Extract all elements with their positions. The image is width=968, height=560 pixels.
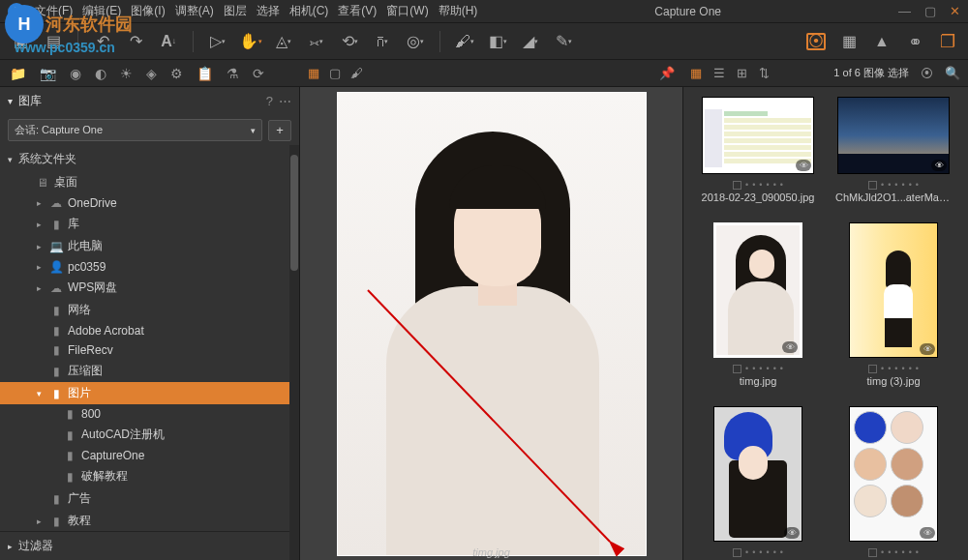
browser-sort-icon[interactable]: ⇅ [759,66,770,80]
tree-item[interactable]: ▾▮图片 [0,382,299,404]
hand-tool-icon[interactable]: ✋▾ [242,33,259,50]
rotate-tool-icon[interactable]: ⟲▾ [341,33,358,50]
glasses-icon[interactable]: ⚭ [906,33,923,50]
menu-adjust[interactable]: 调整(A) [175,3,214,19]
viewer-pin-icon[interactable]: 📌 [659,66,675,80]
scrollbar-thumb[interactable] [290,155,298,271]
tool-tab-metadata-icon[interactable]: 📋 [197,66,213,81]
rating-dots[interactable]: •••••• [868,364,919,373]
menu-edit[interactable]: 编辑(E) [82,3,121,19]
thumbnail-image[interactable]: 👁 [702,97,814,174]
undo-icon[interactable]: ↶ [94,33,111,50]
filter-header[interactable]: ▸ 过滤器 [0,531,299,560]
thumbnail-image[interactable]: 👁 [849,222,938,358]
tool-tab-capture-icon[interactable]: 📷 [40,66,56,81]
menu-image[interactable]: 图像(I) [131,3,165,19]
viewer-single-icon[interactable]: ▢ [329,66,341,80]
thumbnail[interactable]: 👁••••••ChMkJld2O1...aterMark.jpg [837,97,950,203]
browser-filmstrip-icon[interactable]: ⊞ [737,66,747,80]
rating-dots[interactable]: •••••• [733,364,783,373]
rating-dots[interactable]: •••••• [868,180,919,190]
maximize-button[interactable]: ▢ [924,4,936,18]
thumbnail[interactable]: 👁••••••timg (3).jpg [837,222,950,387]
tree-item[interactable]: ▮破解教程 [0,465,299,487]
tree-item[interactable]: ▮Adobe Acrobat [0,321,299,340]
thumbnail-image[interactable]: 👁 [849,406,938,542]
gradient-tool-icon[interactable]: ◢▾ [522,33,539,50]
viewer-image[interactable] [337,92,647,556]
menu-layer[interactable]: 图层 [224,3,247,19]
eyedropper-tool-icon[interactable]: ✎▾ [555,33,572,50]
rating-dots[interactable]: •••••• [868,547,919,557]
tree-item[interactable]: ▮FileRecv [0,340,299,360]
menu-view[interactable]: 查看(V) [338,3,377,19]
library-header[interactable]: ▾ 图库 ? ⋯ [0,87,299,115]
viewer-brush-icon[interactable]: 🖌 [350,66,363,80]
add-session-button[interactable]: + [268,120,291,141]
thumbnail[interactable]: 👁•••••• [837,406,950,559]
thumbnail-image[interactable]: 👁 [713,222,802,358]
tool-tab-color-icon[interactable]: ◐ [95,66,106,81]
tree-item[interactable]: ▮压缩图 [0,360,299,382]
menu-select[interactable]: 选择 [257,3,280,19]
tool-tab-output-icon[interactable]: ⚗ [227,66,239,81]
pointer-tool-icon[interactable]: ▷▾ [209,33,227,50]
export-icon[interactable]: ▤ [45,33,62,50]
menu-window[interactable]: 窗口(W) [386,3,428,19]
tree-item[interactable]: ▮网络 [0,299,299,321]
redo-icon[interactable]: ↷ [127,33,144,50]
browser-grid-icon[interactable]: ▦ [690,66,702,80]
browser-rating-icon[interactable]: ⦿ [921,66,933,80]
tool-tab-exposure-icon[interactable]: ☀ [120,66,133,81]
browser-search-icon[interactable]: 🔍 [945,66,960,80]
viewer-grid-icon[interactable]: ▦ [308,66,319,80]
thumbnail-image[interactable]: 👁 [713,406,802,542]
close-button[interactable]: ✕ [950,4,960,18]
menu-camera[interactable]: 相机(C) [289,3,329,19]
thumbnail[interactable]: 👁•••••• [702,406,814,559]
tool-tab-details-icon[interactable]: ◈ [146,66,157,81]
menu-file[interactable]: 文件(F) [35,3,73,19]
tree-item[interactable]: ▸👤pc0359 [0,257,299,277]
tool-tab-lens-icon[interactable]: ◉ [70,66,81,81]
tree-item[interactable]: ▸☁OneDrive [0,193,299,213]
text-tool-icon[interactable]: A↓ [160,33,177,50]
focus-icon[interactable]: ⦿ [807,33,825,50]
shape-tool-icon[interactable]: ◬▾ [275,33,292,50]
rating-dots[interactable]: •••••• [733,180,783,190]
import-icon[interactable]: ▣ [12,33,29,50]
tool-tab-adjustments-icon[interactable]: ⚙ [170,66,183,81]
browser-list-icon[interactable]: ☰ [713,66,725,80]
tree-item[interactable]: ▸💻此电脑 [0,235,299,257]
tree-item[interactable]: 🖥桌面 [0,171,299,193]
thumbnail[interactable]: 👁••••••2018-02-23_090050.jpg [702,97,814,203]
tool-tab-batch-icon[interactable]: ⟳ [253,66,264,81]
tree-item[interactable]: ▮CaptureOne [0,446,299,465]
rating-dots[interactable]: •••••• [733,547,783,557]
minimize-button[interactable]: — [898,4,911,18]
viewer[interactable]: timg.jpg [300,87,682,560]
eraser-tool-icon[interactable]: ◧▾ [489,33,506,50]
windows-icon[interactable]: ❐ [939,33,956,50]
menu-dots-icon[interactable]: ⋯ [279,94,291,108]
warning-icon[interactable]: ▲ [873,33,891,50]
left-scrollbar[interactable] [289,145,299,560]
tool-tab-library-icon[interactable]: 📁 [10,66,26,81]
tree-item[interactable]: ▸▮库 [0,213,299,235]
tree-item[interactable]: ▮800 [0,404,299,424]
thumbnail[interactable]: 👁••••••timg.jpg [702,222,814,387]
thumbnail-image[interactable]: 👁 [837,97,950,174]
keystone-tool-icon[interactable]: ⩃▾ [374,33,391,50]
tree-item[interactable]: ▸☁WPS网盘 [0,277,299,299]
help-icon[interactable]: ? [266,94,273,108]
crop-tool-icon[interactable]: ⟗▾ [308,33,325,50]
brush-tool-icon[interactable]: 🖌▾ [456,33,473,50]
system-folders-header[interactable]: ▾ 系统文件夹 [0,145,299,171]
tree-item[interactable]: ▮AutoCAD注册机 [0,424,299,446]
spot-tool-icon[interactable]: ◎▾ [407,33,424,50]
session-dropdown[interactable]: 会话: Capture One ▾ [8,119,262,141]
menu-help[interactable]: 帮助(H) [439,3,478,19]
tree-item[interactable]: ▮广告 [0,487,299,510]
tree-item[interactable]: ▸▮教程 [0,510,299,531]
grid-icon[interactable]: ▦ [840,33,858,50]
